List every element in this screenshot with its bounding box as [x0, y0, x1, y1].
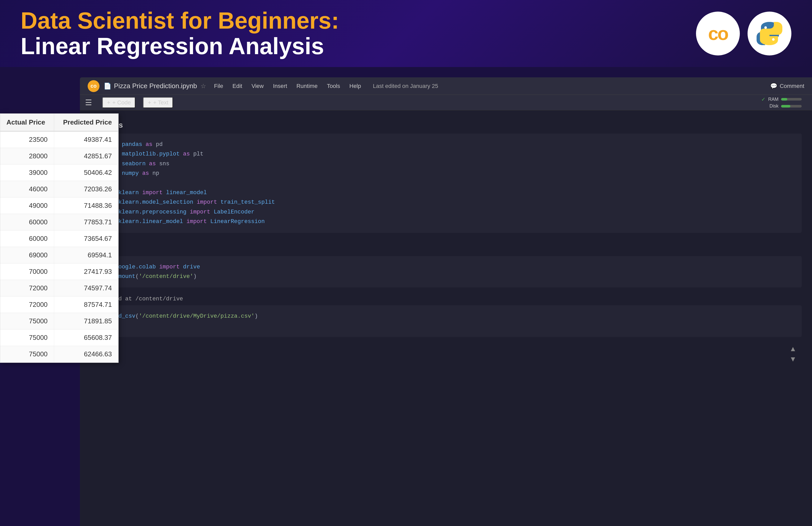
- sidebar-toggle-icon[interactable]: ☰: [85, 98, 92, 107]
- ram-row: ✓ RAM: [761, 96, 802, 102]
- ram-progress: [781, 98, 802, 101]
- actual-price-cell: 72000: [0, 297, 54, 313]
- disk-progress: [781, 105, 802, 108]
- ram-label: RAM: [768, 97, 779, 102]
- add-code-label: + Code: [112, 99, 131, 106]
- predicted-price-cell: 71488.36: [54, 198, 118, 214]
- notebook-content: Libraries import pandas as pd import mat…: [80, 110, 812, 526]
- add-text-label: + Text: [153, 99, 168, 106]
- svg-point-0: [764, 26, 767, 29]
- predicted-price-cell: 62466.63: [54, 346, 118, 362]
- table-row: 7500062466.63: [0, 346, 118, 362]
- menu-insert[interactable]: Insert: [273, 83, 287, 89]
- table-row: 2350049387.41: [0, 131, 118, 148]
- comment-icon: 💬: [770, 83, 777, 89]
- table-row: 7200074597.74: [0, 280, 118, 297]
- menu-tools[interactable]: Tools: [327, 83, 340, 89]
- actual-price-cell: 75000: [0, 329, 54, 346]
- predicted-price-cell: 73654.67: [54, 230, 118, 247]
- disk-label: Disk: [769, 103, 779, 109]
- col-predicted-header: Predicted Price: [54, 114, 118, 131]
- table-row: 7200087574.71: [0, 297, 118, 313]
- scroll-controls: ▲ ▼: [90, 342, 802, 366]
- notebook-file-icon: 📄: [104, 83, 111, 90]
- code-drive-import: from google.colab import drive: [98, 262, 794, 272]
- predicted-price-cell: 49387.41: [54, 131, 118, 148]
- last-edited-text: Last edited on January 25: [373, 83, 438, 89]
- table-row: 4600072036.26: [0, 181, 118, 198]
- menu-view[interactable]: View: [251, 83, 264, 89]
- predicted-price-cell: 74597.74: [54, 280, 118, 297]
- actual-price-cell: 60000: [0, 214, 54, 230]
- imports-cell: import pandas as pd import matplotlib.py…: [90, 133, 802, 233]
- predicted-price-cell: 50406.42: [54, 165, 118, 181]
- actual-price-cell: 75000: [0, 313, 54, 329]
- ram-bar-fill: [781, 98, 787, 101]
- predicted-price-cell: 87574.71: [54, 297, 118, 313]
- disk-bar-fill: [781, 105, 791, 108]
- table-row: 3900050406.42: [0, 165, 118, 181]
- col-actual-header: Actual Price: [0, 114, 54, 131]
- notebook-container: co 📄 Pizza Price Prediction.ipynb ☆ File…: [80, 77, 812, 526]
- code-line-3: import seaborn as sns: [98, 159, 794, 169]
- table-row: 2800042851.67: [0, 148, 118, 165]
- scroll-arrows: ▲ ▼: [789, 345, 797, 363]
- file-cell: from google.colab import drive drive.mou…: [90, 256, 802, 288]
- actual-price-cell: 28000: [0, 148, 54, 165]
- notebook-toolbar2: ☰ + + Code + + Text ✓ RAM Disk: [80, 95, 812, 110]
- menu-items: File Edit View Insert Runtime Tools Help…: [214, 83, 770, 89]
- menu-file[interactable]: File: [214, 83, 223, 89]
- header-title: Data Scientist for Beginners: Linear Reg…: [20, 8, 339, 59]
- notebook-toolbar: co 📄 Pizza Price Prediction.ipynb ☆ File…: [80, 77, 812, 95]
- actual-price-cell: 49000: [0, 198, 54, 214]
- menu-help[interactable]: Help: [349, 83, 361, 89]
- code-read-csv: pd.read_csv('/content/drive/MyDrive/pizz…: [98, 312, 794, 321]
- code-line-4: import numpy as np: [98, 169, 794, 178]
- add-code-button[interactable]: + + Code: [102, 97, 135, 108]
- table-row: 4900071488.36: [0, 198, 118, 214]
- table-row: 6000077853.71: [0, 214, 118, 230]
- menu-runtime[interactable]: Runtime: [296, 83, 318, 89]
- predicted-price-cell: 71891.85: [54, 313, 118, 329]
- comment-label: Comment: [780, 83, 804, 89]
- code-line-8: from sklearn.preprocessing import LabelE…: [98, 207, 794, 217]
- code-line-6: from sklearn import linear_model: [98, 188, 794, 198]
- comment-button[interactable]: 💬 Comment: [770, 83, 804, 89]
- header-logos: co: [696, 12, 792, 55]
- table-row: 7500065608.37: [0, 329, 118, 346]
- checkmark-icon: ✓: [761, 96, 766, 102]
- menu-edit[interactable]: Edit: [233, 83, 242, 89]
- header-banner: Data Scientist for Beginners: Linear Reg…: [0, 0, 812, 67]
- actual-price-cell: 72000: [0, 280, 54, 297]
- predicted-price-cell: 27417.93: [54, 264, 118, 280]
- predicted-price-cell: 72036.26: [54, 181, 118, 198]
- predicted-price-cell: 69594.1: [54, 247, 118, 264]
- code-line-2: import matplotlib.pyplot as plt: [98, 149, 794, 159]
- scroll-down-arrow[interactable]: ▼: [789, 355, 797, 363]
- libraries-header: Libraries: [90, 115, 802, 133]
- code-line-5: [98, 179, 794, 188]
- disk-row: Disk: [769, 103, 802, 109]
- predicted-price-cell: 77853.71: [54, 214, 118, 230]
- table-row: 7000027417.93: [0, 264, 118, 280]
- code-read-partial: read(): [98, 321, 794, 331]
- colab-logo-circle: co: [696, 12, 740, 55]
- svg-point-1: [772, 38, 774, 41]
- notebook-filename: Pizza Price Prediction.ipynb: [114, 82, 197, 90]
- code-line-1: import pandas as pd: [98, 140, 794, 149]
- code-drive-mount: drive.mount('/content/drive'): [98, 272, 794, 281]
- data-table-overlay: Actual Price Predicted Price 2350049387.…: [0, 113, 119, 363]
- colab-icon-small: co: [88, 80, 100, 92]
- colab-logo-text: co: [708, 23, 728, 44]
- actual-price-cell: 23500: [0, 131, 54, 148]
- star-icon[interactable]: ☆: [201, 83, 206, 90]
- code-line-9: from sklearn.linear_model import LinearR…: [98, 217, 794, 226]
- table-row: 6900069594.1: [0, 247, 118, 264]
- price-comparison-table: Actual Price Predicted Price 2350049387.…: [0, 114, 118, 362]
- actual-price-cell: 60000: [0, 230, 54, 247]
- table-row: 6000073654.67: [0, 230, 118, 247]
- actual-price-cell: 69000: [0, 247, 54, 264]
- scroll-up-arrow[interactable]: ▲: [789, 345, 797, 353]
- code-area[interactable]: Libraries import pandas as pd import mat…: [80, 110, 812, 526]
- add-text-button[interactable]: + + Text: [143, 97, 173, 108]
